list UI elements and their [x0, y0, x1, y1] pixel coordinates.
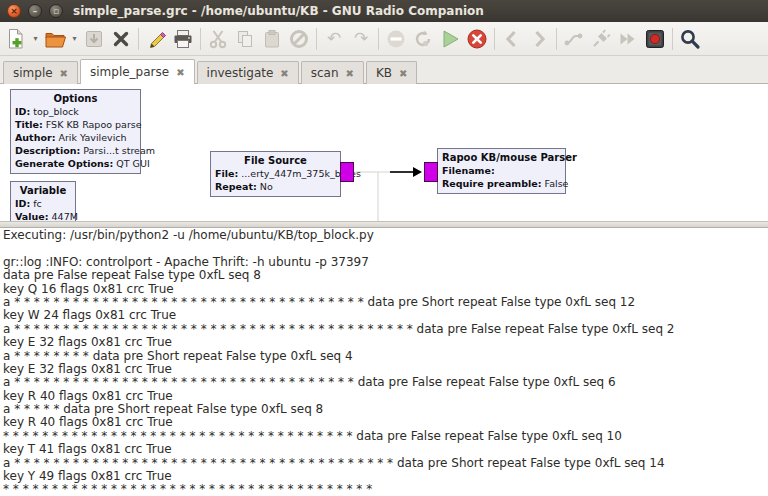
- console-line: [3, 242, 768, 255]
- block-rapoo-parser[interactable]: Rapoo KB/mouse Parser Filename: Require …: [437, 148, 566, 194]
- titlebar: × – ▫ simple_parse.grc - /home/ubuntu/KB…: [0, 0, 768, 22]
- tab-scan[interactable]: scan ✖: [301, 61, 364, 84]
- block-options[interactable]: Options ID: top_block Title: FSK KB Rapo…: [10, 89, 141, 174]
- console-line: a * * * * * * * * * * * * * * * * * * * …: [3, 457, 768, 470]
- block-param-value: Value: 447M: [15, 210, 71, 221]
- toolbar-separator: [200, 28, 201, 50]
- scissors-icon: [207, 28, 229, 50]
- tab-close-icon[interactable]: ✖: [399, 68, 407, 79]
- search-icon: [679, 28, 701, 50]
- minus-circle-icon: [385, 28, 407, 50]
- hide-ports-button: [561, 25, 587, 53]
- tab-bar: simple ✖ simple_parse ✖ investigate ✖ sc…: [0, 56, 768, 84]
- errors-button: [383, 25, 409, 53]
- redo-button: ↷: [348, 25, 374, 53]
- new-dropdown[interactable]: ▾: [30, 25, 41, 53]
- window-minimize-button[interactable]: –: [28, 4, 42, 18]
- console-line: a * * * * * data pre Short repeat False …: [3, 403, 768, 416]
- save-icon: [83, 28, 105, 50]
- output-port[interactable]: [340, 162, 354, 182]
- console-line: key Y 49 flags 0x81 crc True: [3, 470, 768, 483]
- block-param-generate-options: Generate Options: QT GUI: [15, 157, 136, 170]
- console-line: key W 24 flags 0x81 crc True: [3, 309, 768, 322]
- tab-simple-parse[interactable]: simple_parse ✖: [80, 59, 195, 84]
- grc-window: × – ▫ simple_parse.grc - /home/ubuntu/KB…: [0, 0, 768, 496]
- tab-investigate[interactable]: investigate ✖: [197, 61, 299, 84]
- window-close-button[interactable]: ×: [7, 4, 21, 18]
- open-flowgraph-button[interactable]: [42, 25, 68, 53]
- undo-icon: ↶: [327, 30, 341, 47]
- block-param-id: ID: fc: [15, 197, 71, 210]
- find-block-button[interactable]: [677, 25, 703, 53]
- block-param-filename: Filename:: [442, 164, 561, 177]
- toolbar-separator: [316, 28, 317, 50]
- block-param-id: ID: top_block: [15, 105, 136, 118]
- console-line: gr::log :INFO: controlport - Apache Thri…: [3, 256, 768, 269]
- toolbar-separator: [494, 28, 495, 50]
- console-line: * * * * * * * * * * * * * * * * * * * * …: [3, 483, 768, 496]
- printer-icon: [172, 28, 194, 50]
- fast-forward-icon: [617, 28, 639, 50]
- dropdown-arrow-icon: ▾: [72, 34, 76, 43]
- toolbar-separator: [556, 28, 557, 50]
- console-line: key Q 16 flags 0x81 crc True: [3, 283, 768, 296]
- new-flowgraph-button[interactable]: [3, 25, 29, 53]
- paste-button: [259, 25, 285, 53]
- tab-label: simple_parse: [90, 65, 169, 79]
- console-line: key E 32 flags 0x81 crc True: [3, 336, 768, 349]
- play-icon: [439, 28, 461, 50]
- block-file-source[interactable]: File Source File: ...erty_447m_375k_byte…: [210, 151, 341, 197]
- tab-close-icon[interactable]: ✖: [60, 68, 68, 79]
- save-flowgraph-button: [81, 25, 107, 53]
- open-folder-icon: [44, 28, 66, 50]
- delete-button: [286, 25, 312, 53]
- stop-button[interactable]: [464, 25, 490, 53]
- block-variable[interactable]: Variable ID: fc Value: 447M: [10, 181, 76, 221]
- block-param-title: Title: FSK KB Rapoo parse: [15, 118, 136, 131]
- window-title: simple_parse.grc - /home/ubuntu/KB - GNU…: [73, 4, 484, 18]
- window-maximize-button[interactable]: ▫: [49, 4, 63, 18]
- tab-close-icon[interactable]: ✖: [280, 68, 288, 79]
- tab-kb[interactable]: KB ✖: [366, 61, 418, 84]
- circle-slash-icon: [288, 28, 310, 50]
- chevron-right-icon: [528, 28, 550, 50]
- block-title: Rapoo KB/mouse Parser: [442, 151, 561, 164]
- tab-simple[interactable]: simple ✖: [3, 61, 78, 84]
- forward-button: [526, 25, 552, 53]
- console-line: a * * * * * * * * * * * * * * * * * * * …: [3, 376, 768, 389]
- toolbar: ▾ ▾: [0, 22, 768, 56]
- block-param-repeat: Repeat: No: [215, 180, 336, 193]
- flowgraph-canvas[interactable]: Options ID: top_block Title: FSK KB Rapo…: [0, 84, 768, 221]
- undo-button: ↶: [321, 25, 347, 53]
- tab-close-icon[interactable]: ✖: [346, 68, 354, 79]
- tab-label: KB: [376, 66, 392, 80]
- toolbar-separator: [378, 28, 379, 50]
- console-line: key T 41 flags 0x81 crc True: [3, 443, 768, 456]
- block-title: File Source: [215, 154, 336, 167]
- print-button[interactable]: [170, 25, 196, 53]
- block-param-require-preamble: Require preamble: False: [442, 177, 561, 190]
- input-port[interactable]: [424, 162, 438, 182]
- fast-forward-button: [615, 25, 641, 53]
- toolbar-separator: [138, 28, 139, 50]
- chevron-left-icon: [501, 28, 523, 50]
- tab-label: scan: [311, 66, 339, 80]
- console-line: a * * * * * * * * * * * * * * * * * * * …: [3, 323, 768, 336]
- execute-button[interactable]: [437, 25, 463, 53]
- console-line: key R 40 flags 0x81 crc True: [3, 390, 768, 403]
- back-button: [499, 25, 525, 53]
- console-line: a * * * * * * * * * * * * * * * * * * * …: [3, 296, 768, 309]
- dropdown-arrow-icon: ▾: [33, 34, 37, 43]
- kill-button[interactable]: [642, 25, 668, 53]
- open-dropdown[interactable]: ▾: [69, 25, 80, 53]
- console-line: Executing: /usr/bin/python2 -u /home/ubu…: [3, 229, 768, 242]
- reload-icon: [412, 28, 434, 50]
- new-file-icon: [5, 28, 27, 50]
- kill-screen-icon: [644, 28, 666, 50]
- close-flowgraph-button[interactable]: [108, 25, 134, 53]
- tab-close-icon[interactable]: ✖: [176, 67, 184, 78]
- window-buttons: × – ▫: [7, 4, 63, 18]
- edit-button[interactable]: [143, 25, 169, 53]
- console-output[interactable]: Executing: /usr/bin/python2 -u /home/ubu…: [0, 228, 768, 496]
- splitter-handle[interactable]: [0, 221, 768, 228]
